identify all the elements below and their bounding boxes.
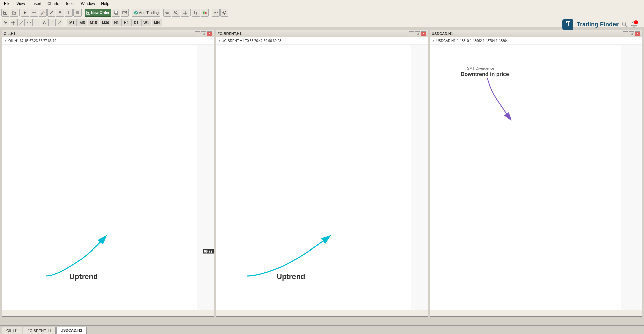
maximize-btn-1[interactable]: □ xyxy=(201,31,206,36)
svg-rect-316 xyxy=(387,192,389,195)
svg-rect-94 xyxy=(31,236,33,240)
text-tool-A[interactable]: A xyxy=(56,9,64,17)
cursor-icon[interactable] xyxy=(2,19,9,26)
tf-M15[interactable]: M15 xyxy=(88,19,99,26)
svg-rect-254 xyxy=(279,212,282,216)
svg-rect-222 xyxy=(223,238,226,238)
tf-M30[interactable]: M30 xyxy=(100,19,111,26)
draw-tool[interactable] xyxy=(39,9,47,17)
close-btn-2[interactable]: ✕ xyxy=(421,31,426,36)
minimize-btn-3[interactable]: – xyxy=(623,31,628,36)
tf-M5[interactable]: M5 xyxy=(77,19,87,26)
time-axis-3: 29 Oct 202429 Oct 18:0030 Oct 00:0030 Oc… xyxy=(430,310,642,316)
chart-body-1[interactable]: 69.1068.9068.7068.5068.3068.1067.9067.70… xyxy=(2,45,214,310)
crosshair-icon[interactable] xyxy=(10,19,17,26)
tab-brent[interactable]: #C-BRENT,H1 xyxy=(23,327,56,334)
close-btn-3[interactable]: ✕ xyxy=(635,31,640,36)
svg-rect-150 xyxy=(128,237,130,241)
svg-rect-244 xyxy=(262,221,264,224)
menu-file[interactable]: File xyxy=(1,1,13,7)
svg-rect-238 xyxy=(251,220,254,222)
chart-body-3[interactable]: 1.393851.393401.392951.392501.392051.391… xyxy=(430,45,642,310)
new-order-btn[interactable]: New Order xyxy=(85,9,111,17)
fib-tool[interactable] xyxy=(73,9,82,17)
svg-rect-296 xyxy=(352,191,355,194)
line-tool[interactable] xyxy=(47,9,55,17)
text-T-icon[interactable]: T xyxy=(48,19,56,26)
menu-view[interactable]: View xyxy=(14,1,28,7)
svg-rect-226 xyxy=(230,231,233,236)
chart-body-2[interactable]: 72.8072.6072.4072.2072.0071.8071.6071.40… xyxy=(216,45,428,310)
menu-insert[interactable]: Insert xyxy=(29,1,44,7)
svg-rect-242 xyxy=(258,224,261,226)
svg-rect-124 xyxy=(83,234,85,237)
tf-D1[interactable]: D1 xyxy=(131,19,141,26)
text-tool-T[interactable]: T xyxy=(65,9,73,17)
svg-rect-180 xyxy=(180,239,182,239)
menu-charts[interactable]: Charts xyxy=(45,1,62,7)
zoom-out-btn[interactable] xyxy=(172,9,180,17)
time-axis-1: 29 Oct 202429 Oct 19:0030 Oct 02:0030 Oc… xyxy=(2,310,214,316)
svg-rect-264 xyxy=(297,211,299,211)
svg-rect-320 xyxy=(394,189,396,192)
time-label: 30 Oct 04:00 xyxy=(293,311,312,315)
svg-rect-258 xyxy=(286,210,289,214)
tf-H4[interactable]: H4 xyxy=(121,19,131,26)
auto-trading-label: AutoTrading xyxy=(139,11,159,15)
new-chart-btn[interactable] xyxy=(1,9,9,17)
svg-rect-126 xyxy=(86,237,89,241)
menu-window[interactable]: Window xyxy=(78,1,98,7)
tab-usdcad[interactable]: USDCAD,H1 xyxy=(56,327,87,334)
svg-rect-178 xyxy=(176,239,179,242)
crosshair-tool[interactable] xyxy=(30,9,38,17)
svg-rect-326 xyxy=(404,183,407,187)
arrow-tool[interactable] xyxy=(21,9,29,17)
grid-btn[interactable] xyxy=(181,9,189,17)
zoom-in-btn[interactable] xyxy=(163,9,171,17)
info-triangle-1: ▼ xyxy=(4,39,7,42)
angle-icon[interactable] xyxy=(33,19,40,26)
indicators-btn[interactable] xyxy=(212,9,220,17)
toolbar-sep5 xyxy=(190,9,191,16)
svg-rect-132 xyxy=(96,234,99,239)
notification-icon[interactable]: 1 xyxy=(631,21,637,28)
toolbar-sep6 xyxy=(210,9,210,16)
svg-rect-174 xyxy=(169,237,172,241)
svg-rect-234 xyxy=(245,217,247,222)
tab-oil[interactable]: OIL,H1 xyxy=(2,327,22,334)
menu-tools[interactable]: Tools xyxy=(63,1,77,7)
tf-H1[interactable]: H1 xyxy=(112,19,121,26)
tf-M1[interactable]: M1 xyxy=(67,19,77,26)
copy-btn[interactable] xyxy=(112,9,120,17)
candle-btn[interactable] xyxy=(201,9,209,17)
info-triangle-2: ▼ xyxy=(218,39,221,42)
dash-icon[interactable] xyxy=(25,19,33,26)
search-icon[interactable] xyxy=(621,21,628,28)
svg-point-39 xyxy=(224,12,225,13)
time-label: 30 Oct 10:00 xyxy=(331,311,350,315)
line-icon[interactable] xyxy=(17,19,25,26)
chart-info-text-2: #C-BRENT,H1 70.35 70.42 69.96 69.98 xyxy=(222,39,281,43)
settings-btn[interactable] xyxy=(220,9,228,17)
close-btn-1[interactable]: ✕ xyxy=(207,31,212,36)
chart-controls-3: – □ ✕ xyxy=(623,31,640,36)
svg-rect-360 xyxy=(434,243,437,310)
mail-btn[interactable] xyxy=(121,9,129,17)
arrow-draw-icon[interactable] xyxy=(56,19,63,26)
svg-rect-278 xyxy=(321,194,324,199)
svg-rect-230 xyxy=(237,222,240,225)
minimize-btn-1[interactable]: – xyxy=(195,31,200,36)
maximize-btn-3[interactable]: □ xyxy=(629,31,634,36)
tf-MN[interactable]: MN xyxy=(152,19,162,26)
tf-W1[interactable]: W1 xyxy=(141,19,152,26)
bar-chart-btn[interactable] xyxy=(192,9,200,17)
menu-help[interactable]: Help xyxy=(98,1,112,7)
chart-titlebar-1: OIL,H1 – □ ✕ xyxy=(2,30,214,37)
time-label: 29 Oct 19:00 xyxy=(42,311,61,315)
open-btn[interactable] xyxy=(10,9,18,17)
minimize-btn-2[interactable]: – xyxy=(409,31,414,36)
svg-point-49 xyxy=(633,26,635,28)
auto-trading-btn[interactable]: AutoTrading xyxy=(132,9,161,17)
maximize-btn-2[interactable]: □ xyxy=(415,31,420,36)
text-A-icon[interactable]: A xyxy=(41,19,48,26)
